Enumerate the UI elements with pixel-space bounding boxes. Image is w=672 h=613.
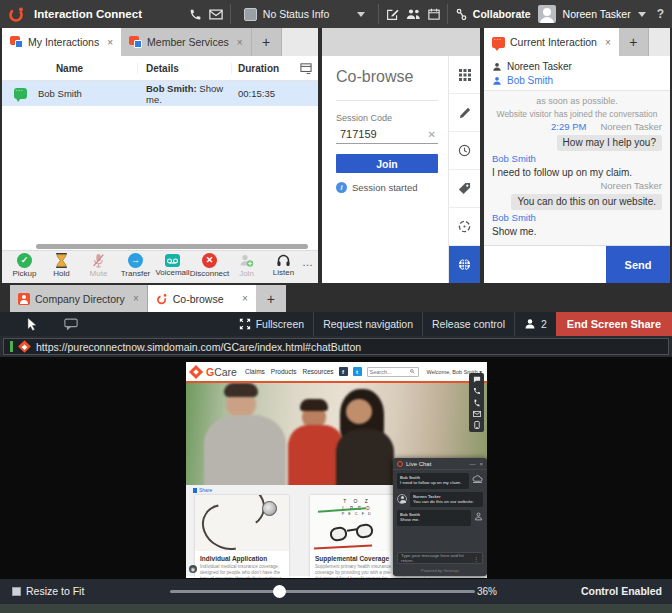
sidebar-item-notes[interactable] xyxy=(449,94,480,132)
url-field[interactable]: https://pureconnectnow.simdomain.com/GCa… xyxy=(3,338,669,355)
send-button[interactable]: Send xyxy=(606,246,670,283)
tab-cobrowse[interactable]: Co-browse × xyxy=(148,285,256,312)
disconnect-icon: ✕ xyxy=(202,253,217,268)
nav-resources[interactable]: Resources xyxy=(302,368,333,375)
column-header-details[interactable]: Details xyxy=(138,63,232,74)
column-settings-icon[interactable] xyxy=(292,63,318,74)
pickup-button[interactable]: ✓ Pickup xyxy=(6,253,43,278)
add-tab-button[interactable]: + xyxy=(619,28,649,56)
url-text: https://pureconnectnow.simdomain.com/GCa… xyxy=(36,341,361,353)
clear-icon[interactable]: ✕ xyxy=(428,129,436,140)
end-screen-share-button[interactable]: End Screen Share xyxy=(556,312,672,336)
close-icon[interactable]: × xyxy=(242,293,248,304)
person-icon xyxy=(474,512,483,526)
widget-chat-icon[interactable] xyxy=(473,376,481,383)
live-chat-header: Live Chat — × xyxy=(393,458,487,470)
sidebar-item-tags[interactable] xyxy=(449,170,480,208)
join-button[interactable]: Join xyxy=(228,253,265,278)
user-chevron-down-icon[interactable] xyxy=(638,12,646,17)
card-individual-application[interactable]: Individual Application Individual medica… xyxy=(195,495,289,578)
transfer-button[interactable]: → Transfer xyxy=(117,253,154,278)
participant-name: Noreen Tasker xyxy=(507,61,572,72)
column-header-duration[interactable]: Duration xyxy=(232,63,292,74)
nav-claims[interactable]: Claims xyxy=(245,368,265,375)
site-search[interactable] xyxy=(367,367,419,377)
share-icon xyxy=(193,488,197,493)
widget-mobile-icon[interactable] xyxy=(474,421,480,429)
listen-button[interactable]: Listen xyxy=(265,253,302,277)
resize-to-fit-checkbox[interactable] xyxy=(12,587,21,596)
row-name: Bob Smith xyxy=(38,88,138,99)
collaborate-label: Collaborate xyxy=(473,8,531,20)
kebab-menu-icon[interactable]: ⋮ xyxy=(473,555,479,562)
close-icon[interactable]: × xyxy=(237,37,243,48)
card-supplemental-coverage[interactable]: T O Z L P E D P E C F D Supplemental Cov… xyxy=(310,495,404,578)
close-icon[interactable]: × xyxy=(107,37,113,48)
mute-button[interactable]: Mute xyxy=(80,253,117,278)
user-avatar[interactable] xyxy=(538,5,556,23)
people-icon[interactable] xyxy=(406,8,421,20)
hold-button[interactable]: Hold xyxy=(43,253,80,278)
message-input[interactable] xyxy=(484,246,606,283)
widget-callback-icon[interactable] xyxy=(473,387,481,395)
system-message: Website visitor has joined the conversat… xyxy=(492,109,662,119)
widget-phone-icon[interactable] xyxy=(473,399,481,407)
table-row[interactable]: Bob Smith Bob Smith: Show me. 00:15:35 xyxy=(2,81,318,106)
add-tab-button[interactable]: + xyxy=(256,285,286,312)
phone-icon[interactable] xyxy=(189,8,202,21)
session-code-input[interactable]: 717159 ✕ xyxy=(336,127,438,144)
compose-icon[interactable] xyxy=(386,8,399,21)
help-button[interactable]: ? xyxy=(657,7,664,21)
add-tab-button[interactable]: + xyxy=(252,28,282,56)
accessibility-icon[interactable]: ◉ xyxy=(189,565,197,573)
search-input[interactable] xyxy=(370,369,408,375)
sidebar-item-history[interactable] xyxy=(449,132,480,170)
fullscreen-button[interactable]: Fullscreen xyxy=(230,312,313,336)
pointer-tool-button[interactable] xyxy=(26,317,38,331)
more-options-button[interactable]: … xyxy=(302,256,314,268)
tab-company-directory[interactable]: Company Directory × xyxy=(10,285,148,312)
screenshare-viewport[interactable]: GCare Claims Products Resources f t Welc… xyxy=(0,357,672,579)
system-message: as soon as possible. xyxy=(492,96,662,106)
release-control-button[interactable]: Release control xyxy=(423,312,514,336)
chevron-down-icon xyxy=(357,12,365,17)
collaborate-button[interactable]: Collaborate xyxy=(455,8,531,21)
chat-tool-button[interactable] xyxy=(64,318,78,330)
live-chat-input[interactable]: Type your message here and hit return. ⋮ xyxy=(397,552,483,564)
mail-icon[interactable] xyxy=(209,9,223,20)
viewer-count[interactable]: 2 xyxy=(515,312,556,336)
sidebar-item-cobrowse[interactable] xyxy=(449,246,480,283)
participant-visitor[interactable]: Bob Smith xyxy=(492,75,662,86)
column-header-name[interactable]: Name xyxy=(2,63,138,74)
join-session-button[interactable]: Join xyxy=(336,154,438,173)
sidebar-item-apps[interactable] xyxy=(449,56,480,94)
request-navigation-button[interactable]: Request navigation xyxy=(314,312,422,336)
participant-agent[interactable]: Noreen Tasker xyxy=(492,61,662,72)
voicemail-button[interactable]: Voicemail xyxy=(154,253,191,277)
tab-my-interactions[interactable]: My Interactions × xyxy=(2,28,121,56)
zoom-slider-thumb[interactable] xyxy=(273,585,286,598)
minimize-icon[interactable]: — xyxy=(469,461,475,467)
twitter-icon[interactable]: t xyxy=(353,367,362,376)
zoom-slider-track[interactable] xyxy=(170,590,475,593)
scrollbar-thumb[interactable] xyxy=(36,244,308,249)
session-code-value[interactable]: 717159 xyxy=(340,128,428,140)
facebook-icon[interactable]: f xyxy=(339,367,348,376)
user-name[interactable]: Noreen Tasker xyxy=(563,8,631,20)
close-icon[interactable]: × xyxy=(133,293,139,304)
close-icon[interactable]: × xyxy=(605,37,611,48)
calendar-icon[interactable] xyxy=(428,8,440,20)
chat-transcript[interactable]: as soon as possible. Website visitor has… xyxy=(484,90,670,245)
site-header: GCare Claims Products Resources f t Welc… xyxy=(186,362,487,383)
tab-label: Current Interaction xyxy=(510,36,597,48)
status-dropdown[interactable]: No Status Info xyxy=(238,0,371,28)
sidebar-item-target[interactable] xyxy=(449,208,480,246)
tab-member-services[interactable]: Member Services × xyxy=(121,28,252,56)
share-button[interactable]: Share xyxy=(193,487,212,493)
nav-products[interactable]: Products xyxy=(271,368,297,375)
widget-email-icon[interactable] xyxy=(473,411,481,417)
tab-current-interaction[interactable]: Current Interaction × xyxy=(484,28,619,56)
horizontal-scrollbar[interactable] xyxy=(2,243,318,250)
disconnect-button[interactable]: ✕ Disconnect xyxy=(191,253,228,278)
close-icon[interactable]: × xyxy=(479,461,483,467)
